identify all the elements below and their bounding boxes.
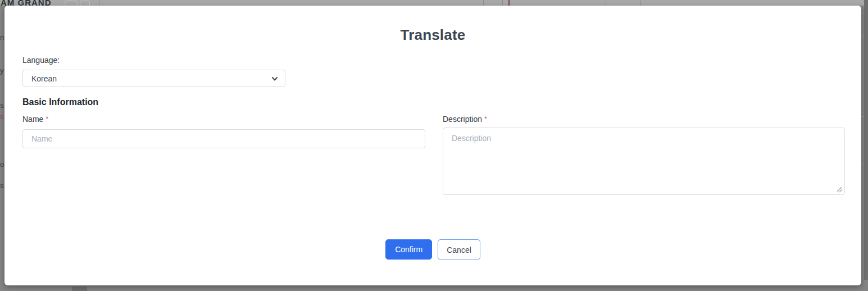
background-left-edge: n y s s o s [0,6,4,287]
description-label: Description* [443,115,487,124]
background-divider [483,0,484,6]
background-text-fragment: o [0,161,4,169]
background-text-fragment: y [0,67,4,75]
dialog-actions: Confirm Cancel [4,239,861,260]
name-label-text: Name [22,115,43,124]
required-asterisk: * [484,115,487,123]
background-text-fragment: s [0,182,4,190]
background-badge [65,1,78,6]
name-input[interactable] [22,129,425,148]
language-select-wrapper: Korean [22,70,285,87]
confirm-button[interactable]: Confirm [385,239,432,260]
background-text-fragment: s [0,102,4,110]
background-page-header: AM GRAND [0,0,868,6]
screen: AM GRAND n y s s o s Translate Language: [0,0,868,291]
background-divider [508,0,510,6]
background-divider [640,0,641,6]
description-label-text: Description [443,115,482,124]
section-heading: Basic Information [22,97,98,107]
background-divider [606,0,606,6]
background-divider [99,0,99,6]
background-brand-text: AM GRAND [1,0,52,6]
required-asterisk: * [46,115,48,123]
name-label: Name* [22,115,48,124]
background-text-fragment: n [0,34,4,42]
background-scrollbar [864,0,868,280]
background-divider [502,0,503,6]
background-badge [80,1,90,6]
background-bottom-element [72,287,87,291]
cancel-button[interactable]: Cancel [438,239,480,260]
description-textarea[interactable] [443,128,845,195]
translate-dialog: Translate Language: Korean Basic Informa… [4,6,861,285]
description-textarea-wrapper [443,128,845,195]
language-select[interactable]: Korean [22,70,285,87]
background-text-fragment: s [0,113,4,121]
language-label: Language: [22,56,60,65]
dialog-title: Translate [4,26,861,44]
